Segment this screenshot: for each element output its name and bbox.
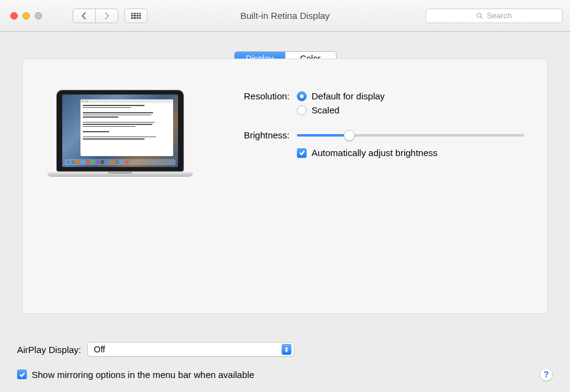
brightness-label: Brightness:	[218, 130, 297, 140]
airplay-label: AirPlay Display:	[17, 344, 81, 355]
mirroring-label: Show mirroring options in the menu bar w…	[32, 369, 254, 380]
chevron-left-icon	[81, 12, 87, 20]
show-all-button[interactable]	[124, 9, 148, 23]
grid-icon	[131, 13, 141, 19]
help-button[interactable]: ?	[540, 368, 553, 381]
back-button[interactable]	[73, 9, 96, 23]
forward-button[interactable]	[95, 9, 118, 23]
airplay-dropdown[interactable]: Off	[87, 342, 294, 357]
brightness-slider[interactable]	[297, 134, 524, 137]
nav-buttons	[73, 9, 118, 23]
search-icon	[476, 12, 483, 20]
radio-scaled-label: Scaled	[312, 105, 340, 115]
search-input[interactable]: Search	[426, 9, 563, 23]
auto-brightness-checkbox[interactable]: Automatically adjust brightness	[297, 148, 529, 158]
bottom-controls: AirPlay Display: Off Show mirroring opti…	[17, 342, 553, 381]
titlebar: Built-in Retina Display Search	[0, 0, 570, 32]
zoom-button	[35, 12, 42, 20]
macbook-icon	[47, 90, 193, 177]
svg-line-1	[481, 16, 483, 18]
dropdown-arrows-icon	[282, 344, 291, 355]
settings-panel: Resolution: Default for display Scaled	[22, 59, 548, 314]
search-placeholder: Search	[486, 11, 511, 20]
radio-on-icon	[297, 91, 307, 101]
chevron-right-icon	[104, 12, 110, 20]
resolution-scaled-radio[interactable]: Scaled	[297, 105, 529, 115]
content-area: Display Color	[0, 32, 570, 392]
checkbox-on-icon	[17, 369, 27, 379]
auto-brightness-label: Automatically adjust brightness	[312, 148, 438, 158]
checkbox-on-icon	[297, 148, 307, 158]
radio-off-icon	[297, 105, 307, 115]
window-controls	[10, 12, 42, 20]
minimize-button[interactable]	[23, 12, 30, 20]
resolution-label: Resolution:	[218, 91, 297, 119]
device-preview	[41, 74, 199, 177]
close-button[interactable]	[10, 12, 18, 20]
svg-point-0	[477, 13, 482, 17]
settings-column: Resolution: Default for display Scaled	[199, 74, 529, 177]
mirroring-checkbox[interactable]: Show mirroring options in the menu bar w…	[17, 369, 254, 380]
prefs-window: Built-in Retina Display Search Display C…	[0, 0, 570, 392]
resolution-default-radio[interactable]: Default for display	[297, 91, 529, 101]
airplay-value: Off	[94, 344, 105, 354]
radio-default-label: Default for display	[312, 91, 385, 101]
